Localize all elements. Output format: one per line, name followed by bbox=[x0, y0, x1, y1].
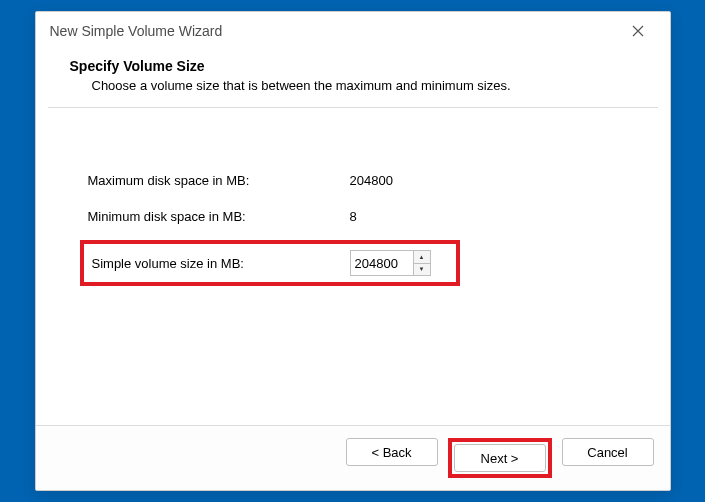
window-title: New Simple Volume Wizard bbox=[50, 23, 223, 39]
chevron-up-icon: ▲ bbox=[419, 254, 425, 260]
content-area: Maximum disk space in MB: 204800 Minimum… bbox=[36, 108, 670, 425]
page-subtitle: Choose a volume size that is between the… bbox=[70, 78, 636, 93]
size-label: Simple volume size in MB: bbox=[88, 256, 350, 271]
chevron-down-icon: ▼ bbox=[419, 266, 425, 272]
page-title: Specify Volume Size bbox=[70, 58, 636, 74]
max-space-value: 204800 bbox=[350, 173, 393, 188]
size-input[interactable] bbox=[351, 251, 413, 275]
size-spinner: ▲ ▼ bbox=[350, 250, 431, 276]
back-button[interactable]: < Back bbox=[346, 438, 438, 466]
footer: < Back Next > Cancel bbox=[36, 425, 670, 490]
max-space-label: Maximum disk space in MB: bbox=[88, 173, 350, 188]
close-button[interactable] bbox=[618, 17, 658, 45]
max-space-row: Maximum disk space in MB: 204800 bbox=[88, 162, 636, 198]
titlebar: New Simple Volume Wizard bbox=[36, 12, 670, 50]
wizard-dialog: New Simple Volume Wizard Specify Volume … bbox=[35, 11, 671, 491]
header-section: Specify Volume Size Choose a volume size… bbox=[36, 50, 670, 107]
min-space-value: 8 bbox=[350, 209, 357, 224]
cancel-button[interactable]: Cancel bbox=[562, 438, 654, 466]
spinner-buttons: ▲ ▼ bbox=[413, 251, 430, 275]
size-row-highlight: Simple volume size in MB: ▲ ▼ bbox=[80, 240, 460, 286]
next-button[interactable]: Next > bbox=[454, 444, 546, 472]
min-space-row: Minimum disk space in MB: 8 bbox=[88, 198, 636, 234]
close-icon bbox=[632, 25, 644, 37]
next-button-highlight: Next > bbox=[448, 438, 552, 478]
min-space-label: Minimum disk space in MB: bbox=[88, 209, 350, 224]
spinner-up-button[interactable]: ▲ bbox=[414, 251, 430, 264]
spinner-down-button[interactable]: ▼ bbox=[414, 264, 430, 276]
